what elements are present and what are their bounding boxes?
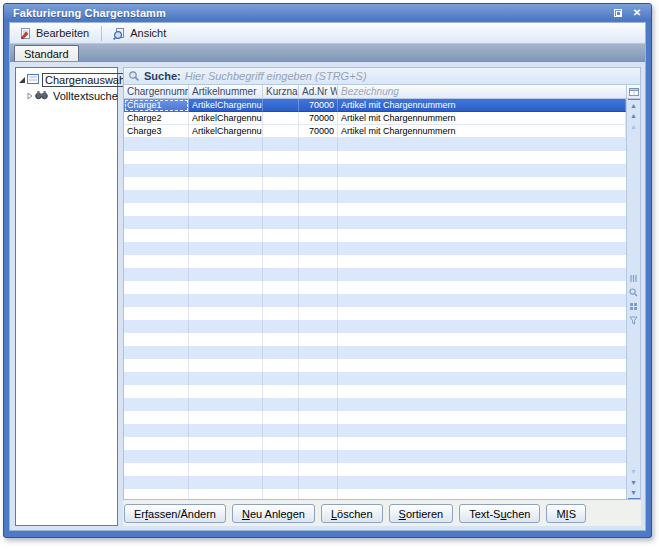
column-chooser-button[interactable]	[627, 85, 640, 99]
mis-button[interactable]: MIS	[546, 504, 586, 523]
search-label: Suche:	[144, 70, 181, 82]
grid-frame: Suche: Chargennummer ▼	[123, 67, 641, 500]
column-label: Artikelnummer	[192, 86, 256, 97]
column-label: Ad.Nr WE	[302, 86, 338, 97]
nav-filter-button[interactable]	[628, 315, 640, 326]
search-input[interactable]	[185, 69, 636, 83]
nav-columns-button[interactable]	[628, 273, 640, 284]
column-header-chargennummer[interactable]: Chargennummer ▼	[124, 85, 189, 98]
btn-text: öschen	[337, 508, 372, 520]
column-header-adnr-we[interactable]: Ad.Nr WE	[299, 85, 338, 98]
columns-icon	[629, 274, 638, 283]
window-body: Bearbeiten Ansicht Standard	[9, 22, 646, 531]
column-label: Bezeichnung	[341, 86, 399, 97]
page-up-icon: ▲	[630, 112, 637, 119]
goto-bottom-icon: ▼	[630, 489, 637, 496]
nav-middle-group	[628, 273, 640, 326]
column-header-bezeichnung[interactable]: Bezeichnung	[338, 85, 626, 98]
column-header-kurzname[interactable]: Kurzname	[263, 85, 299, 98]
btn-text: ortieren	[406, 508, 443, 520]
column-label: Kurzname	[266, 86, 299, 97]
text-suchen-button[interactable]: Text-Suchen	[459, 504, 540, 523]
binoculars-icon	[35, 90, 48, 102]
grid-cell[interactable]: 70000	[299, 125, 338, 138]
nav-pagedown-button[interactable]: ▼	[628, 477, 640, 488]
tree-collapsed-icon[interactable]	[26, 92, 34, 100]
loeschen-button[interactable]: Löschen	[321, 504, 383, 523]
nav-pageup-button[interactable]: ▲	[628, 110, 640, 121]
erfassen-aendern-button[interactable]: Erfassen/Ändern	[124, 504, 226, 523]
batch-list-icon	[27, 74, 39, 86]
grid-icon	[629, 302, 638, 311]
toolbar: Bearbeiten Ansicht	[10, 23, 645, 44]
btn-text: Er	[134, 508, 145, 520]
table-row[interactable]: Charge1 ArtikelChargennumme 70000 Artike…	[124, 99, 626, 112]
ansicht-button[interactable]: Ansicht	[107, 24, 173, 43]
table-row[interactable]: Charge3 ArtikelChargennumme 70000 Artike…	[124, 125, 626, 138]
tree-panel: Chargenauswahl	[15, 67, 118, 526]
btn-text: chen	[507, 508, 531, 520]
search-bar: Suche:	[124, 68, 640, 85]
grid-cell[interactable]: 70000	[299, 112, 338, 125]
btn-text: assen/Ändern	[148, 508, 216, 520]
grid-columns-area: Chargennummer ▼ Artikelnummer Kurzname	[124, 85, 626, 499]
grid-header: Chargennummer ▼ Artikelnummer Kurzname	[124, 85, 626, 99]
grid-cell[interactable]	[263, 125, 299, 138]
window-title: Fakturierung Chargenstamm	[13, 7, 606, 19]
edit-icon	[19, 27, 32, 40]
titlebar: Fakturierung Chargenstamm ✕	[4, 4, 651, 21]
neu-anlegen-button[interactable]: Neu Anlegen	[232, 504, 315, 523]
button-bar: Erfassen/Ändern Neu Anlegen Löschen Sort…	[123, 500, 641, 526]
nav-zoom-button[interactable]	[628, 287, 640, 298]
table-row[interactable]: Charge2 ArtikelChargennumme 70000 Artike…	[124, 112, 626, 125]
grid-cell[interactable]: Artikel mit Chargennummern	[338, 99, 626, 112]
funnel-icon	[629, 316, 638, 325]
nav-grid-button[interactable]	[628, 301, 640, 312]
tree-expanded-icon[interactable]	[18, 76, 26, 84]
tree-item-volltextsuche[interactable]: Volltextsuche	[18, 88, 115, 104]
grid-cell[interactable]	[263, 112, 299, 125]
tab-standard[interactable]: Standard	[14, 45, 79, 61]
goto-top-icon: ▲	[630, 102, 637, 109]
nav-down-button[interactable]: ▼	[628, 466, 640, 477]
restore-icon	[614, 9, 622, 17]
sortieren-button[interactable]: Sortieren	[389, 504, 454, 523]
column-header-artikelnummer[interactable]: Artikelnummer	[189, 85, 263, 98]
tabstrip: Standard	[10, 44, 645, 62]
grid-cell[interactable]	[263, 99, 299, 112]
close-icon: ✕	[633, 8, 641, 18]
grid-cell[interactable]: 70000	[299, 99, 338, 112]
search-icon	[128, 70, 140, 82]
restore-button[interactable]	[611, 7, 625, 19]
grid-cell[interactable]: Charge3	[124, 125, 189, 138]
view-icon	[112, 27, 126, 40]
btn-text: Text-S	[469, 508, 500, 520]
grid-cell[interactable]: Artikel mit Chargennummern	[338, 112, 626, 125]
btn-key: S	[399, 508, 406, 520]
grid-cell[interactable]: Artikel mit Chargennummern	[338, 125, 626, 138]
page-down-icon: ▼	[630, 479, 637, 486]
close-button[interactable]: ✕	[630, 7, 644, 19]
grid-body: Chargennummer ▼ Artikelnummer Kurzname	[124, 85, 640, 499]
column-separator	[262, 138, 263, 499]
grid-panel: Suche: Chargennummer ▼	[123, 67, 641, 526]
nav-last-button[interactable]: ▼	[628, 488, 640, 499]
tab-standard-label: Standard	[24, 48, 69, 60]
nav-up-button[interactable]: ▲	[628, 121, 640, 132]
btn-text: S	[569, 508, 576, 520]
grid-cell[interactable]: ArtikelChargennumme	[189, 125, 263, 138]
ansicht-label: Ansicht	[130, 27, 166, 39]
bearbeiten-button[interactable]: Bearbeiten	[14, 24, 96, 43]
grid-cell[interactable]: ArtikelChargennumme	[189, 112, 263, 125]
grid-cell[interactable]: ArtikelChargennumme	[189, 99, 263, 112]
tree-item-chargenauswahl[interactable]: Chargenauswahl	[18, 72, 115, 88]
bearbeiten-label: Bearbeiten	[36, 27, 89, 39]
toolbar-divider	[101, 26, 102, 41]
grid-cell[interactable]: Charge1	[124, 99, 189, 112]
grid-cell[interactable]: Charge2	[124, 112, 189, 125]
app-window: Fakturierung Chargenstamm ✕ Bearbeiten	[3, 3, 652, 538]
btn-key: N	[242, 508, 250, 520]
nav-first-button[interactable]: ▲	[628, 99, 640, 110]
column-separator	[337, 138, 338, 499]
column-chooser-icon	[629, 87, 639, 97]
